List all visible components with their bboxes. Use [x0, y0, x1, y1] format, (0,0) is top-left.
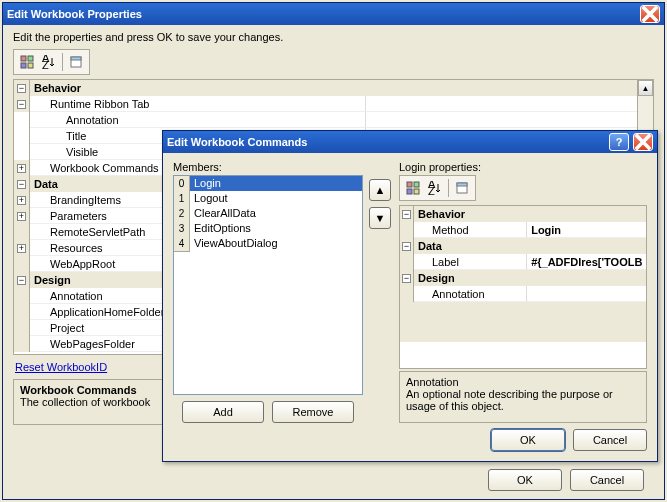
categorized-button[interactable] — [17, 52, 37, 72]
expand-icon[interactable]: + — [17, 244, 26, 253]
parent-title: Edit Workbook Properties — [7, 8, 636, 20]
prop-method-value[interactable]: Login — [527, 222, 646, 238]
svg-rect-8 — [407, 182, 412, 187]
edit-workbook-commands-dialog: Edit Workbook Commands ? Members: 0Login… — [162, 130, 658, 462]
inner-button-row: OK Cancel — [163, 429, 647, 451]
member-item-logout[interactable]: 1Logout — [174, 191, 362, 206]
alphabetical-button[interactable]: AZ — [425, 178, 445, 198]
reset-workbook-id-link[interactable]: Reset WorkbookID — [15, 361, 107, 373]
inner-titlebar[interactable]: Edit Workbook Commands ? — [163, 131, 657, 153]
remove-button[interactable]: Remove — [272, 401, 354, 423]
svg-rect-7 — [71, 57, 81, 60]
arrow-down-icon: ▼ — [375, 212, 386, 224]
svg-text:Z: Z — [428, 185, 435, 195]
svg-text:Z: Z — [42, 59, 49, 69]
collapse-icon[interactable]: − — [402, 242, 411, 251]
inner-ok-button[interactable]: OK — [491, 429, 565, 451]
inner-cancel-button[interactable]: Cancel — [573, 429, 647, 451]
alphabetical-button[interactable]: AZ — [39, 52, 59, 72]
arrow-up-icon: ▲ — [375, 184, 386, 196]
move-down-button[interactable]: ▼ — [369, 207, 391, 229]
svg-rect-2 — [21, 63, 26, 68]
svg-rect-15 — [457, 183, 467, 186]
inner-close-button[interactable] — [633, 133, 653, 151]
close-icon — [634, 133, 652, 151]
collapse-icon[interactable]: − — [17, 84, 26, 93]
parent-button-row: OK Cancel — [488, 469, 644, 491]
prop-label-value[interactable]: #{_ADFDIres['TOOLB — [527, 254, 646, 270]
property-pages-button[interactable] — [66, 52, 86, 72]
members-listbox[interactable]: 0Login 1Logout 2ClearAllData 3EditOption… — [173, 175, 363, 395]
expand-icon[interactable]: + — [17, 212, 26, 221]
prop-runtime-ribbon-tab[interactable]: Runtime Ribbon Tab — [30, 96, 366, 112]
collapse-icon[interactable]: − — [402, 274, 411, 283]
svg-rect-3 — [28, 63, 33, 68]
prop-label[interactable]: Label — [414, 254, 527, 270]
property-pages-button[interactable] — [452, 178, 472, 198]
add-button[interactable]: Add — [182, 401, 264, 423]
prop-inner-annotation[interactable]: Annotation — [414, 286, 527, 302]
prop-method[interactable]: Method — [414, 222, 527, 238]
member-item-clearalldata[interactable]: 2ClearAllData — [174, 206, 362, 221]
collapse-icon[interactable]: − — [402, 210, 411, 219]
login-property-grid[interactable]: −Behavior MethodLogin −Data Label#{_ADFD… — [399, 205, 647, 369]
members-label: Members: — [173, 161, 363, 173]
svg-rect-9 — [414, 182, 419, 187]
collapse-icon[interactable]: − — [17, 100, 26, 109]
parent-grid-toolbar: AZ — [13, 49, 90, 75]
svg-rect-11 — [414, 189, 419, 194]
prop-inner-annotation-value[interactable] — [527, 286, 646, 302]
svg-rect-0 — [21, 56, 26, 61]
parent-ok-button[interactable]: OK — [488, 469, 562, 491]
scroll-up-icon[interactable]: ▲ — [638, 80, 653, 96]
collapse-icon[interactable]: − — [17, 276, 26, 285]
expand-icon[interactable]: + — [17, 196, 26, 205]
inner-desc-body: An optional note describing the purpose … — [406, 388, 640, 412]
close-icon — [641, 5, 659, 23]
inner-grid-toolbar: AZ — [399, 175, 476, 201]
help-icon: ? — [616, 136, 623, 148]
mg-cat-data: Data — [414, 238, 646, 254]
member-item-viewaboutdialog[interactable]: 4ViewAboutDialog — [174, 236, 362, 251]
collapse-icon[interactable]: − — [17, 180, 26, 189]
parent-titlebar[interactable]: Edit Workbook Properties — [3, 3, 664, 25]
mg-cat-behavior: Behavior — [414, 206, 646, 222]
parent-cancel-button[interactable]: Cancel — [570, 469, 644, 491]
expand-icon[interactable]: + — [17, 164, 26, 173]
prop-annotation[interactable]: Annotation — [30, 112, 366, 128]
mg-cat-design: Design — [414, 270, 646, 286]
inner-help-button[interactable]: ? — [609, 133, 629, 151]
inner-title: Edit Workbook Commands — [167, 136, 605, 148]
svg-rect-1 — [28, 56, 33, 61]
instruction-text: Edit the properties and press OK to save… — [13, 31, 654, 43]
parent-close-button[interactable] — [640, 5, 660, 23]
inner-description-panel: Annotation An optional note describing t… — [399, 371, 647, 423]
svg-rect-10 — [407, 189, 412, 194]
categorized-button[interactable] — [403, 178, 423, 198]
category-behavior: Behavior — [30, 80, 637, 96]
member-item-login[interactable]: 0Login — [174, 176, 362, 191]
member-item-editoptions[interactable]: 3EditOptions — [174, 221, 362, 236]
login-properties-label: Login properties: — [399, 161, 647, 173]
move-up-button[interactable]: ▲ — [369, 179, 391, 201]
inner-desc-title: Annotation — [406, 376, 640, 388]
